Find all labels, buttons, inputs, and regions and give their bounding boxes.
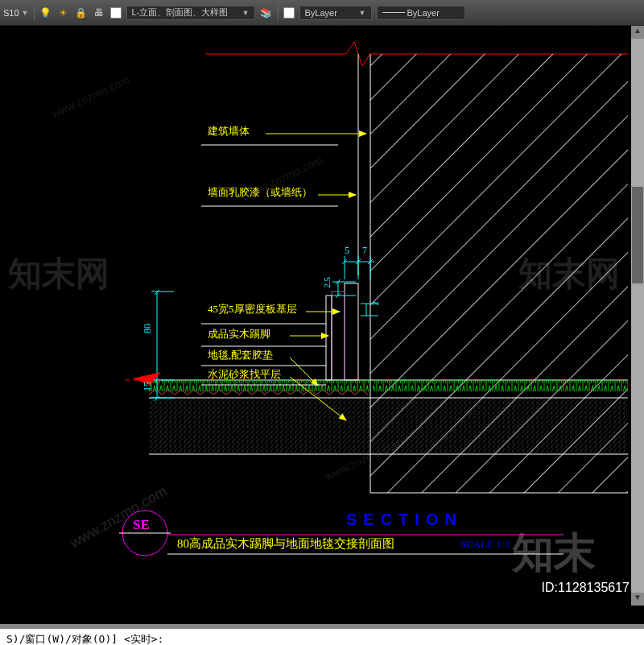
color-prop-dd[interactable]: ByLayer ▼ <box>299 6 372 20</box>
svg-rect-16 <box>373 380 628 391</box>
vertical-scrollbar[interactable]: ▲ ▼ <box>631 26 644 606</box>
color-prop-text: ByLayer <box>305 8 337 18</box>
layer-style-dd[interactable]: S10 ▼ <box>3 8 29 18</box>
annot-skirt: 成品实木踢脚 <box>208 327 270 341</box>
annot-mdf: 45宽5厚密度板基层 <box>208 302 297 316</box>
image-id: ID:1128135617 <box>535 577 636 598</box>
dim-2-5: 2.5 <box>322 277 332 288</box>
cad-drawing <box>0 26 644 606</box>
drawing-title: 80高成品实木踢脚与地面地毯交接剖面图 <box>177 536 394 552</box>
annot-carpet: 地毯,配套胶垫 <box>208 348 273 362</box>
annot-wall: 建筑墙体 <box>208 124 250 139</box>
section-tag: SE <box>133 517 150 533</box>
linetype-prop-dd[interactable]: ByLayer <box>377 6 465 20</box>
dim-80: 80 <box>142 324 154 333</box>
lock-icon[interactable]: 🔒 <box>75 6 88 19</box>
chevron-down-icon: ▼ <box>22 9 29 17</box>
svg-rect-11 <box>345 283 358 380</box>
layer-color-swatch[interactable] <box>110 7 122 19</box>
dim-7: 7 <box>362 245 367 257</box>
bulb-icon[interactable]: 💡 <box>39 6 52 19</box>
svg-rect-15 <box>149 380 370 391</box>
sun-icon[interactable]: ☀ <box>57 6 70 19</box>
layer-style-text: S10 <box>3 8 19 18</box>
drawing-scale: SCALE 1:3 <box>460 538 510 551</box>
separator <box>34 5 35 21</box>
command-line[interactable]: S)/窗口(W)/对象(O)] <实时>: <box>0 624 644 645</box>
dim-5: 5 <box>345 245 349 257</box>
layer-name-text: L-立面、剖面图、大样图 <box>132 6 229 19</box>
layer-manager-icon[interactable]: 📚 <box>260 6 273 19</box>
svg-rect-13 <box>326 296 332 380</box>
layer-name-dd[interactable]: L-立面、剖面图、大样图 ▼ <box>126 6 255 20</box>
separator <box>278 5 279 21</box>
scroll-thumb[interactable] <box>632 187 643 283</box>
svg-rect-17 <box>149 398 628 454</box>
annot-paint: 墙面乳胶漆（或墙纸） <box>208 185 312 200</box>
svg-rect-12 <box>332 291 345 380</box>
color-swatch[interactable] <box>283 7 295 19</box>
annot-screed: 水泥砂浆找平层 <box>208 367 281 382</box>
section-header: SECTION <box>346 511 463 529</box>
command-text: S)/窗口(W)/对象(O)] <实时>: <box>6 633 163 645</box>
chevron-down-icon: ▼ <box>359 9 366 17</box>
dim-15: 15 <box>142 382 154 391</box>
linetype-preview <box>382 12 405 13</box>
linetype-prop-text: ByLayer <box>407 8 440 18</box>
drawing-canvas[interactable]: www.znzmo.com www.znzmo.com www.znzmo.co… <box>0 26 644 606</box>
print-icon[interactable]: 🖶 <box>93 6 105 19</box>
dim-2: 2 <box>370 301 380 306</box>
chevron-down-icon: ▼ <box>242 9 250 17</box>
scroll-up-arrow[interactable]: ▲ <box>631 26 644 39</box>
toolbar: S10 ▼ 💡 ☀ 🔒 🖶 L-立面、剖面图、大样图 ▼ 📚 ByLayer ▼… <box>0 0 644 26</box>
scroll-down-arrow[interactable]: ▼ <box>631 593 644 606</box>
